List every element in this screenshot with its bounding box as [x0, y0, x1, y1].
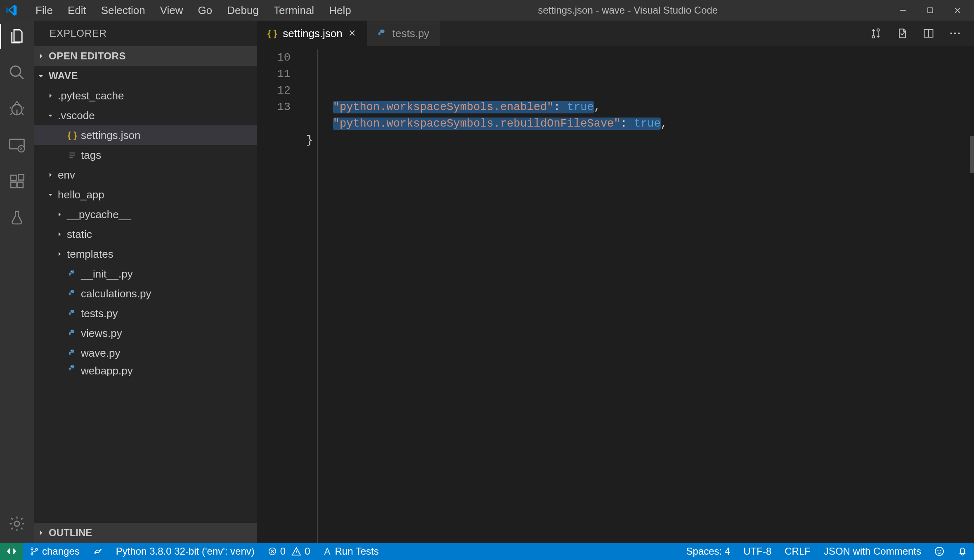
activity-bar	[0, 21, 34, 543]
open-editors-header[interactable]: OPEN EDITORS	[34, 46, 257, 66]
tree-item[interactable]: .vscode	[34, 106, 257, 125]
chevron-down-icon	[46, 191, 54, 198]
chevron-right-icon	[37, 52, 45, 60]
chevron-right-icon	[46, 172, 54, 178]
branch-name: changes	[42, 546, 80, 557]
tree-item[interactable]: __pycache__	[34, 205, 257, 224]
svg-point-22	[958, 33, 960, 35]
language-label: JSON with Comments	[824, 546, 921, 557]
indentation[interactable]: Spaces: 4	[680, 546, 737, 557]
search-icon[interactable]	[8, 64, 26, 82]
more-actions-icon[interactable]	[948, 27, 962, 40]
window-controls	[897, 5, 969, 16]
menu-file[interactable]: File	[28, 2, 60, 19]
file-label: __init__.py	[81, 268, 133, 280]
tab-settings-json[interactable]: { } settings.json ✕	[257, 21, 367, 46]
svg-rect-8	[18, 174, 24, 180]
feedback-icon[interactable]	[928, 546, 951, 556]
file-label: webapp.py	[81, 365, 133, 376]
svg-point-17	[872, 35, 875, 38]
tree-item[interactable]: wave.py	[34, 343, 257, 363]
menu-debug[interactable]: Debug	[220, 2, 266, 19]
tree-item[interactable]: hello_app	[34, 185, 257, 205]
tab-label: tests.py	[392, 27, 430, 40]
menu-view[interactable]: View	[153, 2, 191, 19]
tree-item[interactable]: static	[34, 224, 257, 244]
close-tab-icon[interactable]: ✕	[348, 28, 356, 39]
python-icon	[68, 289, 76, 298]
git-branch[interactable]: changes	[23, 546, 86, 557]
tree-item[interactable]: templates	[34, 244, 257, 264]
minimize-button[interactable]	[897, 5, 909, 16]
menu-bar: File Edit Selection View Go Debug Termin…	[28, 2, 359, 19]
json-icon: { }	[67, 130, 77, 141]
workspace-header[interactable]: WAVE	[34, 66, 257, 86]
split-editor-icon[interactable]	[922, 27, 935, 40]
svg-point-1	[10, 66, 21, 76]
tree-item[interactable]: .pytest_cache	[34, 86, 257, 106]
vscode-logo-icon	[5, 4, 18, 17]
error-count: 0	[280, 546, 286, 557]
encoding[interactable]: UTF-8	[737, 546, 778, 557]
code-editor[interactable]: 10111213 "python.workspaceSymbols.enable…	[257, 46, 974, 543]
menu-edit[interactable]: Edit	[60, 2, 94, 19]
debug-icon[interactable]	[8, 100, 26, 118]
tree-item[interactable]: env	[34, 165, 257, 185]
tree-item[interactable]: views.py	[34, 323, 257, 343]
tree-item[interactable]: { }settings.json	[34, 125, 257, 145]
folder-label: .vscode	[58, 109, 95, 122]
svg-point-27	[935, 547, 943, 555]
status-bar: changes Python 3.8.0 32-bit ('env': venv…	[0, 543, 974, 560]
run-tests[interactable]: Run Tests	[317, 546, 385, 557]
folder-label: static	[67, 228, 92, 241]
chevron-down-icon	[46, 112, 54, 119]
svg-point-28	[937, 550, 938, 551]
problems[interactable]: 0 0	[261, 546, 317, 557]
title-bar: File Edit Selection View Go Debug Termin…	[0, 0, 974, 21]
remote-indicator[interactable]	[0, 543, 23, 560]
python-interpreter-label: Python 3.8.0 32-bit ('env': venv)	[116, 546, 255, 557]
menu-selection[interactable]: Selection	[94, 2, 153, 19]
python-icon	[378, 29, 387, 38]
file-label: tests.py	[81, 307, 118, 320]
explorer-icon[interactable]	[8, 27, 26, 45]
svg-point-24	[31, 553, 33, 555]
compare-changes-icon[interactable]	[869, 27, 882, 40]
language-mode[interactable]: JSON with Comments	[817, 546, 928, 557]
close-button[interactable]	[952, 5, 963, 16]
python-interpreter[interactable]: Python 3.8.0 32-bit ('env': venv)	[109, 546, 261, 557]
tree-item[interactable]: tests.py	[34, 304, 257, 323]
file-tree[interactable]: .pytest_cache.vscode{ }settings.jsontags…	[34, 86, 257, 523]
remote-explorer-icon[interactable]	[8, 136, 26, 154]
outline-header[interactable]: OUTLINE	[34, 523, 257, 543]
svg-point-9	[14, 521, 19, 526]
open-changes-icon[interactable]	[896, 27, 909, 40]
maximize-button[interactable]	[924, 5, 936, 16]
python-icon	[68, 329, 76, 337]
tree-item[interactable]: webapp.py	[34, 363, 257, 376]
svg-point-20	[950, 33, 952, 35]
svg-rect-7	[18, 182, 23, 188]
extensions-icon[interactable]	[8, 172, 26, 191]
code-content[interactable]: "python.workspaceSymbols.enabled": true,…	[306, 49, 974, 543]
notifications-icon[interactable]	[951, 546, 974, 556]
settings-gear-icon[interactable]	[8, 515, 26, 533]
test-icon[interactable]	[8, 209, 26, 227]
svg-point-23	[31, 548, 33, 550]
tree-item[interactable]: __init__.py	[34, 264, 257, 284]
file-label: tags	[81, 149, 101, 162]
python-icon	[68, 365, 76, 373]
folder-label: env	[58, 169, 75, 181]
run-tests-label: Run Tests	[335, 546, 378, 557]
menu-help[interactable]: Help	[322, 2, 358, 19]
eol[interactable]: CRLF	[778, 546, 817, 557]
scrollbar-thumb[interactable]	[970, 136, 974, 173]
menu-go[interactable]: Go	[191, 2, 220, 19]
tree-item[interactable]: calculations.py	[34, 284, 257, 304]
svg-point-16	[381, 31, 381, 31]
tab-tests-py[interactable]: tests.py	[367, 21, 441, 46]
svg-point-15	[71, 366, 72, 367]
tree-item[interactable]: tags	[34, 145, 257, 165]
menu-terminal[interactable]: Terminal	[266, 2, 322, 19]
sync-icon[interactable]	[86, 546, 109, 556]
